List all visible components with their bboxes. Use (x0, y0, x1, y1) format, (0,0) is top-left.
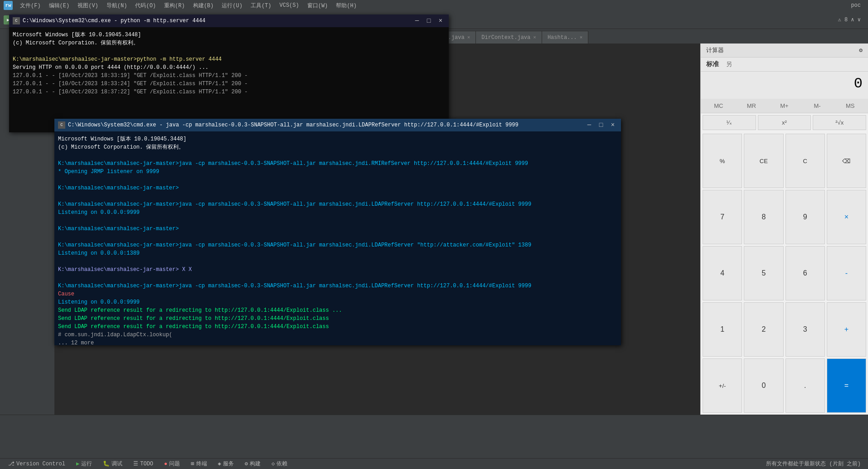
tab-debug[interactable]: 🐛 调试 (98, 459, 127, 469)
cmd1-line-0: Microsoft Windows [版本 10.0.19045.3448] (13, 31, 445, 39)
calc-percent-btn[interactable]: % (703, 134, 742, 188)
calculator: 计算器 ⚙ 标准 另 0 MC MR M+ M- MS ¹⁄ₓ x² ²√x %… (701, 44, 868, 415)
calc-decimal-btn[interactable]: . (786, 358, 825, 413)
status-text: 所有文件都处于最新状态 (片刻 之前) (762, 459, 864, 469)
cmd2-line-0: Microsoft Windows [版本 10.0.19045.3448] (58, 135, 617, 143)
calc-ms-btn[interactable]: MS (834, 101, 866, 111)
calc-mplus-btn[interactable]: M+ (768, 101, 800, 111)
menu-vcs[interactable]: VCS(S) (276, 1, 302, 10)
calc-inverse-btn[interactable]: ¹⁄ₓ (703, 115, 756, 130)
menu-window[interactable]: 窗口(W) (304, 1, 332, 10)
calc-2-btn[interactable]: 2 (744, 302, 783, 357)
calc-ce-btn[interactable]: CE (744, 134, 783, 188)
warning-badge: ⚠ 8 ∧ ∨ (838, 16, 861, 23)
calc-0-btn[interactable]: 0 (744, 358, 783, 413)
tab-services[interactable]: ◈ 服务 (213, 459, 238, 469)
cmd2-line-19: Cause (58, 290, 617, 298)
cmd2-line-17 (58, 274, 617, 282)
calc-multiply-btn[interactable]: × (827, 190, 866, 244)
calc-5-btn[interactable]: 5 (744, 246, 783, 300)
calc-8-btn[interactable]: 8 (744, 190, 783, 244)
cmd2-line-10 (58, 217, 617, 225)
calc-mminus-btn[interactable]: M- (801, 101, 834, 111)
calc-minus-btn[interactable]: - (827, 246, 866, 300)
calc-plus-btn[interactable]: + (827, 302, 866, 357)
menu-nav[interactable]: 导航(N) (103, 1, 131, 10)
calc-c-btn[interactable]: C (786, 134, 825, 188)
cmd2-line-15 (58, 257, 617, 266)
cmd1-body[interactable]: Microsoft Windows [版本 10.0.19045.3448] (… (9, 27, 449, 132)
tab-build-bottom[interactable]: ⚙ 构建 (240, 459, 265, 469)
run-icon: ▶ (76, 460, 79, 467)
calc-square-btn[interactable]: x² (758, 115, 811, 130)
calc-backspace-btn[interactable]: ⌫ (827, 134, 866, 188)
service-icon: ◈ (218, 460, 221, 467)
cmd2-line-13: K:\marshaalsec\marshalsec-jar-master>jav… (58, 241, 617, 249)
calc-3-btn[interactable]: 3 (786, 302, 825, 357)
menu-view[interactable]: 视图(V) (74, 1, 102, 10)
calc-7-btn[interactable]: 7 (703, 190, 742, 244)
calc-9-btn[interactable]: 9 (786, 190, 825, 244)
cmd2-body[interactable]: Microsoft Windows [版本 10.0.19045.3448] (… (54, 131, 621, 345)
menu-help[interactable]: 帮助(H) (332, 1, 360, 10)
cmd2-line-5 (58, 176, 617, 184)
cmd2-line-16: K:\marshaalsec\marshalsec-jar-master> X … (58, 266, 617, 274)
cmd2-line-18: K:\marshaalsec\marshalsec-jar-master>jav… (58, 282, 617, 290)
cmd1-maximize-btn[interactable]: □ (424, 16, 433, 25)
cmd1-line-3: K:\marshaalsec\marshaalsec-jar-master>py… (13, 55, 445, 63)
cmd2-maximize-btn[interactable]: □ (596, 121, 606, 130)
debug-icon: 🐛 (103, 460, 110, 467)
cmd2-line-12 (58, 233, 617, 241)
problem-icon: ● (164, 461, 167, 467)
cmd2-line-14: Listening on 0.0.0.0:1389 (58, 249, 617, 257)
calc-row-5: +/- 0 . = (703, 358, 866, 413)
menu-refactor[interactable]: 重构(R) (160, 1, 189, 10)
calc-title: 计算器 (706, 46, 724, 54)
cmd-window-2: C C:\Windows\System32\cmd.exe - java -cp… (54, 119, 621, 345)
tab-hashta[interactable]: Hashta... × (542, 31, 588, 44)
menu-tools[interactable]: 工具(T) (247, 1, 275, 10)
menu-code[interactable]: 代码(O) (131, 1, 160, 10)
menu-file[interactable]: 文件(F) (16, 1, 44, 10)
cmd2-icon: C (58, 121, 65, 129)
cmd1-line-4: Serving HTTP on 0.0.0.0 port 4444 (http:… (13, 63, 445, 72)
cmd1-minimize-btn[interactable]: ─ (412, 16, 422, 25)
build-icon: ⚙ (245, 460, 248, 467)
calc-1-btn[interactable]: 1 (703, 302, 742, 357)
cmd1-close-btn[interactable]: × (436, 16, 445, 25)
calc-equals-btn[interactable]: = (827, 358, 866, 413)
calc-header: 计算器 ⚙ (701, 44, 868, 58)
tab-run[interactable]: ▶ 运行 (72, 459, 97, 469)
calc-settings-icon[interactable]: ⚙ (859, 47, 863, 54)
cmd1-line-6: 127.0.0.1 - - [10/Oct/2023 18:33:24] "GE… (13, 80, 445, 88)
tab-todo[interactable]: ☰ TODO (129, 459, 158, 468)
cmd2-line-21: Send LDAP reference result for a redirec… (58, 306, 617, 314)
tab-version-control[interactable]: ⎇ Version Control (4, 459, 70, 468)
cmd2-close-btn[interactable]: × (608, 121, 617, 130)
cmd-window-1: C C:\Windows\System32\cmd.exe - python -… (9, 15, 449, 132)
calc-mr-btn[interactable]: MR (736, 101, 768, 111)
calc-6-btn[interactable]: 6 (786, 246, 825, 300)
cmd2-line-4: * Opening JRMP listener on 9999 (58, 168, 617, 176)
calc-mc-btn[interactable]: MC (703, 101, 735, 111)
cmd2-minimize-btn[interactable]: ─ (585, 121, 594, 130)
menu-build[interactable]: 构建(B) (189, 1, 218, 10)
calc-row-2: 7 8 9 × (703, 190, 866, 244)
calc-mode-label: 标准 (706, 60, 719, 68)
cmd2-line-8: K:\marshaalsec\marshalsec-jar-master>jav… (58, 200, 617, 208)
calc-sqrt-btn[interactable]: ²√x (813, 115, 866, 130)
calc-4-btn[interactable]: 4 (703, 246, 742, 300)
menu-edit[interactable]: 编辑(E) (45, 1, 73, 10)
todo-icon: ☰ (133, 460, 138, 467)
tab-dircontext[interactable]: DirContext.java × (476, 31, 542, 44)
project-name: poc (847, 2, 864, 9)
cmd2-line-3: K:\marshaalsec\marshalsec-jar-master>jav… (58, 160, 617, 168)
tab-terminal[interactable]: ⊞ 终端 (186, 459, 211, 469)
calc-negate-btn[interactable]: +/- (703, 358, 742, 413)
menu-run[interactable]: 运行(U) (218, 1, 246, 10)
cmd2-titlebar: C C:\Windows\System32\cmd.exe - java -cp… (54, 119, 621, 131)
bottom-panel (0, 415, 868, 458)
tab-dependencies[interactable]: ◇ 依赖 (267, 459, 292, 469)
cmd2-line-24: # com.sun.jndi.ldap.LdapCtx.lookup( (58, 331, 617, 339)
tab-problems[interactable]: ● 问题 (160, 459, 184, 469)
